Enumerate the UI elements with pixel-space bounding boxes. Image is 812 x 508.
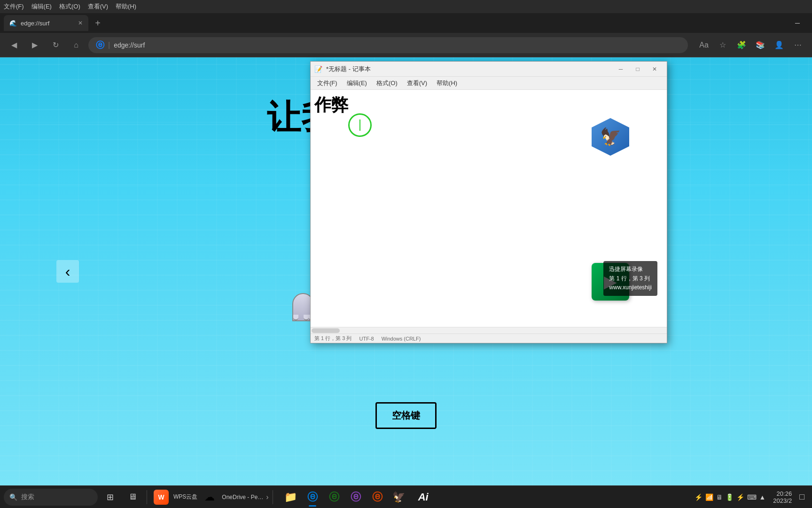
menu-bar: 文件(F) 编辑(E) 格式(O) 查看(V) 帮助(H) [0,0,812,13]
taskbar-separator-2 [273,490,273,504]
notepad-scrollbar[interactable] [311,327,667,333]
onedrive-icon: ☁ [204,491,215,503]
home-button[interactable]: ⌂ [68,37,85,54]
menu-file[interactable]: 文件(F) [4,2,24,11]
forward-button[interactable]: ▶ [26,37,43,54]
notepad-minimize-button[interactable]: ─ [612,62,629,76]
bird-symbol: 🦅 [600,127,621,147]
notepad-close-button[interactable]: ✕ [646,62,663,76]
carousel-left-arrow[interactable]: ‹ [56,260,79,283]
desktop-button[interactable]: 🖥 [122,487,143,508]
expand-icon[interactable]: › [266,493,268,501]
file-explorer-icon: 📁 [284,491,297,503]
edge-canary-app[interactable]: ⓔ [367,487,388,508]
falcon-icon: 🦅 [392,491,405,503]
notepad-menu-file[interactable]: 文件(F) [312,77,342,90]
new-tab-button[interactable]: + [90,16,105,31]
ai-button[interactable]: Ai [413,487,434,508]
taskbar: 🔍 搜索 ⊞ 🖥 W WPS云盘 ☁ OneDrive - Pers... › … [0,485,812,508]
address-field[interactable]: ⓔ | edge://surf [88,37,688,53]
system-date: 2023/2 [773,497,792,504]
browser-window: 文件(F) 编辑(E) 格式(O) 查看(V) 帮助(H) 🌊 edge://s… [0,0,812,508]
edge-icon: ⓔ [307,490,318,504]
edge-dev-icon: ⓔ [329,490,339,504]
notepad-menu-format[interactable]: 格式(O) [372,77,402,90]
toolbar-icons: Aa ☆ 🧩 📚 👤 ⋯ [695,37,806,54]
onedrive-label: OneDrive - Pers... [222,494,264,500]
refresh-button[interactable]: ↻ [47,37,64,54]
system-tray: ⚡ 📶 🖥 🔋 ⚡ ⌨ ▲ 20:26 2023/2 □ [695,490,809,504]
bird-hexagon-bg: 🦅 [592,118,629,156]
edge-dev-app[interactable]: ⓔ [324,487,344,508]
task-view-icon: ⊞ [107,492,114,502]
falcon-app[interactable]: 🦅 [389,487,409,508]
system-time: 20:26 [777,490,792,497]
reader-view-icon[interactable]: Aa [695,37,712,54]
notepad-menu-help[interactable]: 帮助(H) [432,77,462,90]
file-explorer-app[interactable]: 📁 [281,487,301,508]
battery-icon[interactable]: 🔋 [726,493,734,501]
keyboard-icon[interactable]: ⌨ [747,493,757,501]
window-controls: ─ [787,13,808,33]
browser-tab[interactable]: 🌊 edge://surf ✕ [4,15,88,31]
notepad-title-text: *无标题 - 记事本 [326,65,612,73]
notification-icon[interactable]: □ [799,492,808,502]
edge-beta-icon: ⓔ [351,490,361,504]
tab-close-button[interactable]: ✕ [78,20,83,26]
menu-format[interactable]: 格式(O) [59,2,80,11]
wps-cloud-label: WPS云盘 [173,493,197,501]
arrow-icon[interactable]: ▲ [759,493,766,501]
tray-icons: ⚡ 📶 🖥 🔋 ⚡ ⌨ ▲ [695,493,766,501]
notepad-status-position: 第 1 行，第 3 列 [314,335,351,342]
collections-icon[interactable]: 📚 [752,37,769,54]
bluetooth-icon[interactable]: ⚡ [695,493,703,501]
ai-label-text: Ai [418,491,429,503]
watermark: 迅捷屏幕录像 第 1 行，第 3 列 www.xunjieteshiji [603,261,657,296]
notepad-status-bar: 第 1 行，第 3 列 UTF-8 Windows (CRLF) [311,333,667,343]
watermark-url: www.xunjieteshiji [609,283,652,292]
bird-app-icon: 🦅 [592,118,629,156]
wifi-icon[interactable]: 📶 [705,493,713,501]
charging-icon[interactable]: ⚡ [736,493,744,501]
extensions-icon[interactable]: 🧩 [733,37,750,54]
taskbar-search[interactable]: 🔍 搜索 [4,489,98,506]
minimize-button[interactable]: ─ [787,13,808,33]
menu-help[interactable]: 帮助(H) [116,2,136,11]
scrollbar-thumb[interactable] [312,328,340,333]
space-key-container: 空格键 [375,402,437,429]
watermark-line1: 迅捷屏幕录像 [609,265,652,274]
notepad-window: 📝 *无标题 - 记事本 ─ □ ✕ 文件(F) 编辑(E) 格式(O) 查看(… [310,61,667,343]
watermark-line2: 第 1 行，第 3 列 [609,274,652,283]
menu-edit[interactable]: 编辑(E) [31,2,52,11]
favorites-icon[interactable]: ☆ [714,37,731,54]
menu-view[interactable]: 查看(V) [88,2,108,11]
space-key-button[interactable]: 空格键 [375,402,437,429]
settings-icon[interactable]: ⋯ [789,37,806,54]
edge-browser-app[interactable]: ⓔ [302,487,323,508]
task-view-button[interactable]: ⊞ [100,487,120,508]
profile-icon[interactable]: 👤 [771,37,788,54]
notepad-cursor-line [359,119,360,131]
edge-canary-icon: ⓔ [372,490,383,504]
notepad-app-icon: 📝 [314,65,322,73]
notepad-window-controls: ─ □ ✕ [612,62,663,76]
tab-favicon: 🌊 [9,20,17,27]
back-button[interactable]: ◀ [6,37,23,54]
edge-beta-app[interactable]: ⓔ [345,487,366,508]
notepad-maximize-button[interactable]: □ [629,62,646,76]
tab-bar: 🌊 edge://surf ✕ + ─ [0,13,812,33]
address-bar: ◀ ▶ ↻ ⌂ ⓔ | edge://surf Aa ☆ 🧩 📚 👤 ⋯ [0,33,812,57]
taskbar-search-text: 搜索 [21,493,34,501]
wps-cloud-app[interactable]: W [151,487,172,508]
notepad-menu-view[interactable]: 查看(V) [402,77,432,90]
notepad-menu-edit[interactable]: 编辑(E) [342,77,372,90]
notepad-text: 作弊 [314,94,663,117]
address-text: edge://surf [114,41,145,49]
onedrive-app[interactable]: ☁ [199,487,220,508]
clock-area: 20:26 2023/2 [769,490,796,504]
wps-cloud-icon: W [154,490,169,505]
notepad-status-line-ending: Windows (CRLF) [382,336,421,341]
monitor-icon[interactable]: 🖥 [716,493,723,501]
edge-logo-icon: ⓔ [96,40,104,51]
tab-title: edge://surf [21,20,49,27]
